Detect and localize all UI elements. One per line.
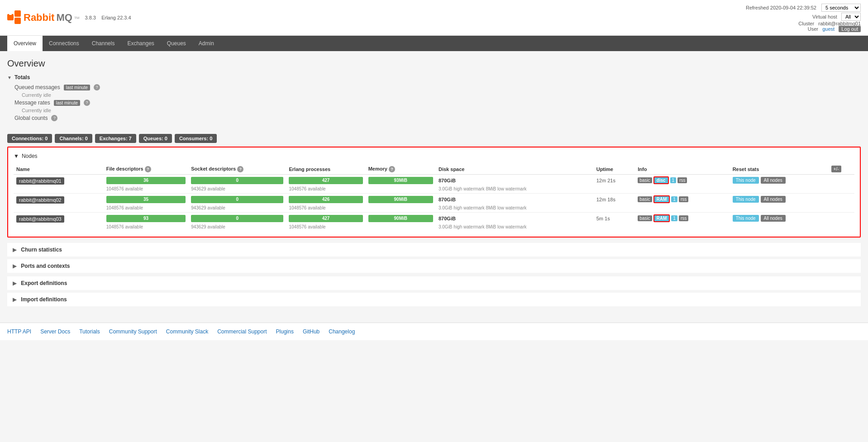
memory-bar: 93MiB xyxy=(368,177,433,184)
table-row-sub-2: 1048576 available 943629 available 10485… xyxy=(14,205,854,213)
node-name: rabbit@rabbitmq01 xyxy=(16,177,64,185)
totals-section-header[interactable]: ▼ Totals xyxy=(7,72,861,82)
footer-server-docs[interactable]: Server Docs xyxy=(40,328,70,335)
svg-rect-1 xyxy=(14,10,21,17)
nodes-section-header: ▼ Nodes xyxy=(14,153,854,159)
nav-item-channels[interactable]: Channels xyxy=(86,36,121,51)
all-nodes-button-2[interactable]: All nodes xyxy=(761,196,786,203)
rabbitmq-logo-icon xyxy=(7,10,22,25)
import-definitions-section[interactable]: ▶ Import definitions xyxy=(7,293,861,306)
socket-desc-bar-3: 0 xyxy=(191,215,283,222)
nav-item-admin[interactable]: Admin xyxy=(192,36,220,51)
footer-tutorials[interactable]: Tutorials xyxy=(79,328,100,335)
num-badge: 1 xyxy=(670,177,677,183)
table-row: rabbit@rabbitmq01 36 0 427 93MiB xyxy=(14,175,854,186)
user-row: User guest Log out xyxy=(746,26,861,32)
exchanges-count[interactable]: Exchanges: 7 xyxy=(95,134,136,143)
all-nodes-button-3[interactable]: All nodes xyxy=(761,215,786,222)
memory-sub-3 xyxy=(366,224,436,231)
col-name: Name xyxy=(14,164,104,175)
churn-arrow-icon: ▶ xyxy=(13,247,17,253)
nav-item-exchanges[interactable]: Exchanges xyxy=(121,36,160,51)
table-row-sub-3: 1048576 available 943629 available 10485… xyxy=(14,224,854,231)
reset-cell: This node All nodes xyxy=(730,175,829,186)
reset-cell-inner: This node All nodes xyxy=(733,177,826,184)
disk-cell-2: 870GiB xyxy=(436,194,594,205)
user-link[interactable]: guest xyxy=(822,26,835,32)
col-uptime: Uptime xyxy=(594,164,635,175)
footer-community-slack[interactable]: Community Slack xyxy=(166,328,208,335)
info-cell-inner: basic disc 1 rss xyxy=(638,176,727,184)
info-basic-badge: basic xyxy=(638,177,652,183)
channels-count[interactable]: Channels: 0 xyxy=(55,134,92,143)
erlang-sub-3: 1048576 available xyxy=(286,224,365,231)
memory-help-icon[interactable]: ? xyxy=(389,166,395,172)
queued-messages-help-icon[interactable]: ? xyxy=(94,84,100,90)
nodes-title: Nodes xyxy=(22,153,38,159)
refreshed-text: Refreshed 2020-09-04 22:39:52 xyxy=(746,5,816,10)
disk-cell-3: 870GiB xyxy=(436,213,594,224)
virtual-host-select[interactable]: All / xyxy=(841,13,861,21)
table-row: rabbit@rabbitmq02 35 0 426 90MiB xyxy=(14,194,854,205)
message-rates-badge[interactable]: last minute xyxy=(54,100,80,106)
footer-plugins[interactable]: Plugins xyxy=(276,328,294,335)
erlang-sub: 1048576 available xyxy=(286,186,365,194)
refresh-area: Refreshed 2020-09-04 22:39:52 5 seconds … xyxy=(746,4,861,12)
node-name-cell-2: rabbit@rabbitmq02 xyxy=(14,194,104,213)
ports-section[interactable]: ▶ Ports and contexts xyxy=(7,259,861,273)
main-content: Overview ▼ Totals Queued messages last m… xyxy=(0,51,868,323)
col-memory: Memory ? xyxy=(366,164,436,175)
message-rates-help-icon[interactable]: ? xyxy=(84,100,90,106)
this-node-button-3[interactable]: This node xyxy=(733,215,759,222)
col-file-desc: File descriptors ? xyxy=(104,164,188,175)
nav-item-queues[interactable]: Queues xyxy=(161,36,192,51)
queues-count[interactable]: Queues: 0 xyxy=(139,134,172,143)
global-counts-label: Global counts xyxy=(14,115,48,121)
version-info: 3.8.3 Erlang 22.3.4 xyxy=(85,15,131,20)
adjust-button[interactable]: +/- xyxy=(831,166,841,172)
num-badge-3: 1 xyxy=(671,215,677,221)
reset-cell-3: This node All nodes xyxy=(730,213,829,224)
logo-name-mq: MQ xyxy=(56,12,72,24)
footer-commercial-support[interactable]: Commercial Support xyxy=(217,328,267,335)
col-info: Info xyxy=(635,164,730,175)
logout-button[interactable]: Log out xyxy=(839,26,861,32)
footer-http-api[interactable]: HTTP API xyxy=(7,328,31,335)
node-name-cell: rabbit@rabbitmq01 xyxy=(14,175,104,194)
ram-badge-2: RAM xyxy=(653,195,670,203)
erlang-sub-2: 1048576 available xyxy=(286,205,365,213)
counts-bar: Connections: 0 Channels: 0 Exchanges: 7 … xyxy=(7,130,861,147)
file-desc-help-icon[interactable]: ? xyxy=(145,166,151,172)
nav-item-overview[interactable]: Overview xyxy=(7,36,43,51)
uptime-cell-2: 12m 18s xyxy=(594,194,635,205)
export-title: Export definitions xyxy=(21,280,67,286)
memory-cell: 93MiB xyxy=(366,175,436,186)
memory-bar-3: 90MiB xyxy=(368,215,433,222)
refresh-select[interactable]: 5 seconds 10 seconds 30 seconds 60 secon… xyxy=(821,4,861,12)
footer-community-support[interactable]: Community Support xyxy=(109,328,157,335)
consumers-count[interactable]: Consumers: 0 xyxy=(175,134,217,143)
global-counts-help-icon[interactable]: ? xyxy=(51,115,57,121)
socket-desc-cell: 0 xyxy=(188,175,286,186)
erlang-bar-2: 426 xyxy=(289,196,362,203)
adjust-col-cell-2 xyxy=(829,194,854,205)
socket-desc-help-icon[interactable]: ? xyxy=(237,166,243,172)
all-nodes-button[interactable]: All nodes xyxy=(761,177,786,184)
nav-item-connections[interactable]: Connections xyxy=(43,36,86,51)
totals-title: Totals xyxy=(14,74,30,81)
queued-messages-badge[interactable]: last minute xyxy=(64,85,90,90)
message-rates-label: Message rates xyxy=(14,100,50,106)
file-desc-cell: 36 xyxy=(104,175,188,186)
churn-statistics-section[interactable]: ▶ Churn statistics xyxy=(7,243,861,257)
this-node-button[interactable]: This node xyxy=(733,177,759,184)
connections-count[interactable]: Connections: 0 xyxy=(7,134,52,143)
footer-changelog[interactable]: Changelog xyxy=(329,328,355,335)
export-definitions-section[interactable]: ▶ Export definitions xyxy=(7,276,861,290)
socket-desc-sub-2: 943629 available xyxy=(188,205,286,213)
footer-github[interactable]: GitHub xyxy=(303,328,320,335)
ports-arrow-icon: ▶ xyxy=(13,263,17,269)
this-node-button-2[interactable]: This node xyxy=(733,196,759,203)
disk-cell: 870GiB xyxy=(436,175,594,186)
header-right: Refreshed 2020-09-04 22:39:52 5 seconds … xyxy=(746,4,861,32)
queued-messages-row: Queued messages last minute ? xyxy=(14,84,861,90)
